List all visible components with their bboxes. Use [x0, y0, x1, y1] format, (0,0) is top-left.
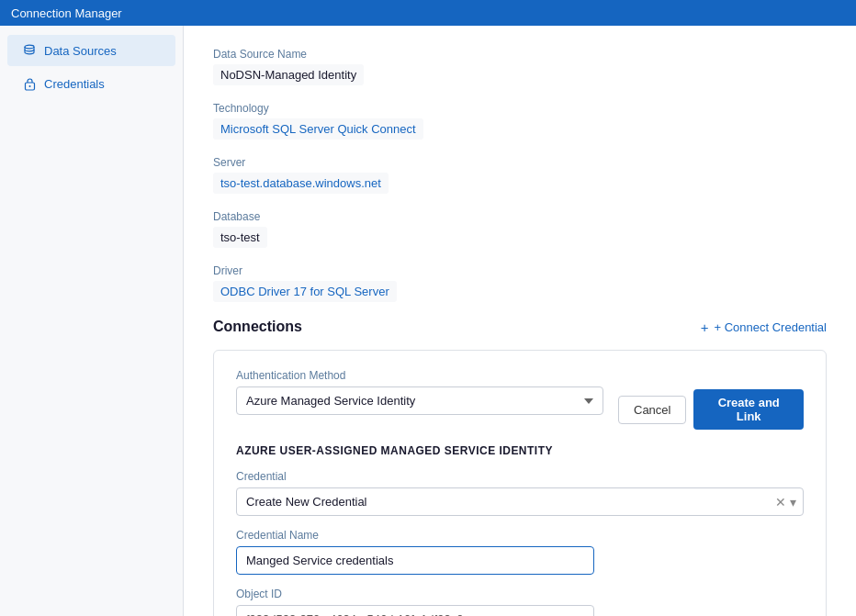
driver-value: ODBC Driver 17 for SQL Server — [213, 281, 397, 302]
field-driver: Driver ODBC Driver 17 for SQL Server — [213, 264, 827, 302]
sidebar-item-credentials-label: Credentials — [44, 77, 105, 91]
sidebar: Data Sources Credentials — [0, 26, 184, 616]
auth-method-actions: Cancel Create and Link — [618, 389, 804, 430]
field-database: Database tso-test — [213, 210, 827, 248]
credential-name-field: Credential Name — [236, 529, 804, 575]
auth-method-label: Authentication Method — [236, 369, 603, 382]
field-server: Server tso-test.database.windows.net — [213, 156, 827, 194]
credential-name-label: Credential Name — [236, 529, 804, 542]
credential-select[interactable]: Create New Credential — [236, 487, 804, 516]
svg-point-0 — [25, 45, 34, 49]
main-content: Data Source Name NoDSN-Managed Identity … — [184, 26, 856, 616]
subheading: AZURE USER-ASSIGNED MANAGED SERVICE IDEN… — [236, 444, 804, 457]
server-label: Server — [213, 156, 827, 169]
field-data-source-name: Data Source Name NoDSN-Managed Identity — [213, 48, 827, 85]
create-and-link-button[interactable]: Create and Link — [693, 389, 804, 430]
database-label: Database — [213, 210, 827, 223]
data-source-name-label: Data Source Name — [213, 48, 827, 61]
lock-icon — [22, 76, 37, 91]
database-value: tso-test — [213, 227, 267, 248]
credential-name-input[interactable] — [236, 546, 594, 575]
connection-card: Authentication Method Azure Managed Serv… — [213, 350, 827, 616]
auth-method-group: Authentication Method Azure Managed Serv… — [236, 369, 603, 415]
field-technology: Technology Microsoft SQL Server Quick Co… — [213, 102, 827, 140]
connect-credential-link[interactable]: + + Connect Credential — [701, 319, 827, 335]
object-id-label: Object ID — [236, 588, 804, 600]
credential-select-wrapper: Create New Credential ✕ ▾ — [236, 487, 804, 516]
sidebar-item-data-sources[interactable]: Data Sources — [7, 35, 175, 66]
connections-title: Connections — [213, 319, 302, 335]
svg-point-2 — [28, 85, 30, 87]
sidebar-item-credentials[interactable]: Credentials — [7, 68, 175, 99]
connect-credential-label: + Connect Credential — [715, 320, 828, 334]
plus-icon: + — [701, 319, 709, 335]
credential-select-icons: ✕ ▾ — [775, 495, 796, 510]
connections-header: Connections + + Connect Credential — [213, 319, 827, 335]
technology-value: Microsoft SQL Server Quick Connect — [213, 118, 423, 140]
credential-label: Credential — [236, 470, 804, 483]
sidebar-item-data-sources-label: Data Sources — [44, 44, 117, 58]
driver-label: Driver — [213, 264, 827, 277]
topbar-title: Connection Manager — [11, 6, 122, 20]
topbar: Connection Manager — [0, 0, 856, 26]
database-icon — [22, 43, 37, 58]
cancel-button[interactable]: Cancel — [618, 396, 686, 424]
server-value: tso-test.database.windows.net — [213, 173, 389, 194]
auth-method-row: Authentication Method Azure Managed Serv… — [236, 369, 804, 430]
clear-icon[interactable]: ✕ — [775, 495, 786, 510]
credential-field: Credential Create New Credential ✕ ▾ — [236, 470, 804, 516]
object-id-field: Object ID — [236, 588, 804, 616]
data-source-name-value: NoDSN-Managed Identity — [213, 64, 364, 85]
technology-label: Technology — [213, 102, 827, 115]
chevron-down-icon: ▾ — [790, 495, 796, 510]
object-id-input[interactable] — [236, 605, 594, 616]
auth-method-select[interactable]: Azure Managed Service Identity SQL Serve… — [236, 386, 603, 415]
